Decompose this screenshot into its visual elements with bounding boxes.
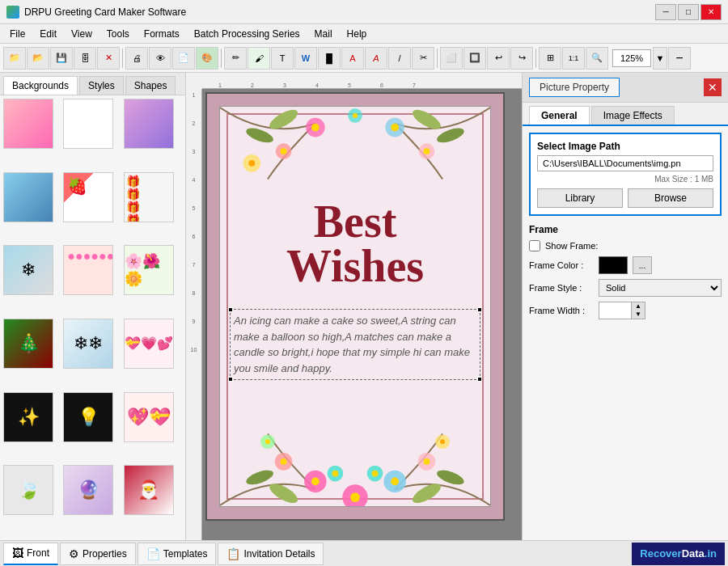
menu-view[interactable]: View [65,27,99,41]
thumb-15[interactable]: 💖💝 [124,392,174,442]
frame-style-select[interactable]: Solid Dashed Dotted [599,279,722,297]
card-body-container[interactable]: An icing can make a cake so sweet,A stri… [230,309,480,380]
tool-pencil[interactable]: ✏ [224,47,247,70]
tool-line[interactable]: / [388,47,411,70]
tab-backgrounds[interactable]: Backgrounds [3,76,78,95]
menu-bar: File Edit View Tools Formats Batch Proce… [0,24,728,44]
thumb-7[interactable]: ❄ [3,245,53,295]
toolbar: 📁 📂 💾 🗄 ✕ 🖨 👁 📄 🎨 ✏ 🖌 T W ▐▌ A A / ✂ ⬜ 🔲… [0,44,728,73]
tool-text[interactable]: T [271,47,294,70]
status-tab-invitation[interactable]: 📋 Invitation Details [218,543,324,565]
menu-mail[interactable]: Mail [308,27,339,41]
tab-shapes[interactable]: Shapes [125,76,176,95]
ruler-left: 1 2 3 4 5 6 7 8 9 10 [186,89,202,540]
browse-button[interactable]: Browse [628,188,713,208]
templates-icon: 📄 [146,547,160,560]
thumb-13[interactable]: ✨ [3,392,53,442]
library-button[interactable]: Library [537,188,623,208]
tab-general[interactable]: General [529,106,590,125]
handle-tr[interactable] [477,307,482,312]
thumb-8[interactable]: ●●●●●●●●● [63,245,113,295]
thumb-17[interactable]: 🔮 [63,465,113,515]
tool-page[interactable]: 📄 [172,47,195,70]
menu-edit[interactable]: Edit [33,27,63,41]
tool-redo[interactable]: ↪ [510,47,533,70]
thumb-4[interactable] [3,172,53,222]
tool-color[interactable]: 🖌 [248,47,270,70]
thumb-12[interactable]: 💝💗💕 [124,319,174,369]
tool-preview[interactable]: 👁 [149,47,171,70]
frame-style-row: Frame Style : Solid Dashed Dotted [529,279,722,297]
tool-shape1[interactable]: ⬜ [440,47,463,70]
maximize-button[interactable]: □ [678,4,699,20]
status-tab-templates[interactable]: 📄 Templates [138,543,217,565]
menu-help[interactable]: Help [341,27,374,41]
tool-zoom-fit[interactable]: ⊞ [539,47,561,70]
front-label: Front [27,547,49,559]
tab-image-effects[interactable]: Image Effects [591,106,675,125]
toolbar-sep-1 [122,49,123,68]
tool-open[interactable]: 📂 [27,47,49,70]
frame-color-swatch[interactable] [599,256,628,274]
status-tab-properties[interactable]: ⚙ Properties [60,543,136,565]
tool-zoom-in[interactable]: 🔍 [586,47,608,70]
tool-art[interactable]: A [365,47,387,70]
zoom-input[interactable]: 125% [612,49,651,67]
thumb-11[interactable]: ❄❄ [63,319,113,369]
handle-bl[interactable] [228,377,233,382]
tool-save[interactable]: 💾 [50,47,73,70]
tool-zoom-1to1[interactable]: 1:1 [562,47,585,70]
thumb-1[interactable] [3,99,53,149]
tool-new[interactable]: 📁 [3,47,26,70]
thumbnail-grid: 🍓 🎁🎁🎁🎁 ❄ ●●●●●●●●● 🌸🌺🌼 🎄 ❄❄ 💝💗💕 ✨ 💡 💖💝 🍃… [0,95,185,540]
image-path-input[interactable] [537,155,713,171]
menu-formats[interactable]: Formats [138,27,186,41]
brand-recover: Recover [640,547,681,560]
tool-undo[interactable]: ↩ [487,47,510,70]
tool-close[interactable]: ✕ [97,47,120,70]
status-tab-front[interactable]: 🖼 Front [3,543,58,565]
spin-up[interactable]: ▲ [632,302,645,310]
canvas-area: 1 2 3 4 5 6 7 1 2 3 4 5 6 7 8 9 10 [186,73,522,540]
menu-tools[interactable]: Tools [100,27,136,41]
show-frame-label: Show Frame: [545,241,610,251]
thumb-9[interactable]: 🌸🌺🌼 [124,245,174,295]
tool-zoom-out[interactable]: − [668,47,691,70]
show-frame-checkbox[interactable] [529,240,540,251]
frame-color-browse[interactable]: ... [633,256,652,274]
menu-file[interactable]: File [3,27,32,41]
tool-design[interactable]: 🎨 [196,47,218,70]
frame-color-label: Frame Color : [529,260,594,270]
handle-tl[interactable] [228,307,233,312]
properties-icon: ⚙ [69,547,79,560]
thumb-2[interactable] [63,99,113,149]
tool-save2[interactable]: 🗄 [74,47,96,70]
zoom-dropdown[interactable]: ▼ [653,47,667,70]
thumb-14[interactable]: 💡 [63,392,113,442]
spin-down[interactable]: ▼ [632,310,645,319]
close-button[interactable]: ✕ [700,4,722,20]
thumb-6[interactable]: 🎁🎁🎁🎁 [124,172,174,222]
tool-barcode[interactable]: ▐▌ [318,47,341,70]
svg-point-13 [248,160,255,167]
svg-point-35 [332,471,339,477]
tool-word[interactable]: W [294,47,317,70]
handle-br[interactable] [477,377,482,382]
property-close-button[interactable]: ✕ [704,78,722,96]
tool-scissors[interactable]: ✂ [412,47,434,70]
thumb-18[interactable]: 🎅 [124,465,174,515]
frame-width-input[interactable]: 1 [599,302,632,319]
property-title-button[interactable]: Picture Property [529,78,620,97]
thumb-10[interactable]: 🎄 [3,319,53,369]
minimize-button[interactable]: ─ [655,4,676,20]
tool-print[interactable]: 🖨 [125,47,148,70]
thumb-5[interactable]: 🍓 [63,172,113,222]
tab-styles[interactable]: Styles [79,76,124,95]
panel-tabs: Backgrounds Styles Shapes [0,73,185,95]
toolbar-sep-2 [221,49,222,68]
thumb-3[interactable] [124,99,174,149]
tool-shape2[interactable]: 🔲 [463,47,486,70]
thumb-16[interactable]: 🍃 [3,465,53,515]
menu-batch[interactable]: Batch Processing Series [188,27,307,41]
tool-text2[interactable]: A [341,47,364,70]
